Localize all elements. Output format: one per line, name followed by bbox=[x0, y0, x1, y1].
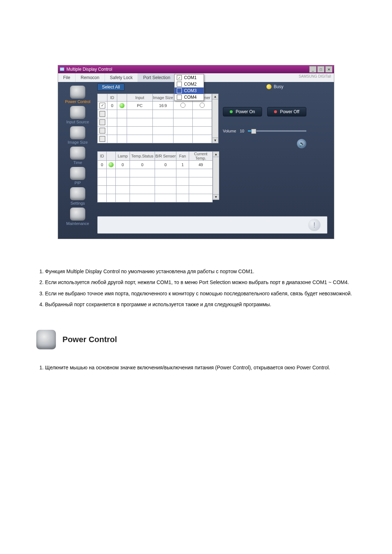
status-bar: ! bbox=[97, 216, 327, 234]
col-input: Input bbox=[127, 94, 153, 102]
port-option-com2[interactable]: COM2 bbox=[175, 81, 204, 87]
table-row[interactable]: 0 0 0 0 1 49 bbox=[98, 161, 213, 169]
close-button[interactable]: ✕ bbox=[325, 66, 332, 73]
menu-remocon[interactable]: Remocon bbox=[75, 73, 105, 82]
app-window: Multiple Display Control _ □ ✕ File Remo… bbox=[58, 65, 334, 239]
col-id: ID bbox=[107, 94, 117, 102]
titlebar: Multiple Display Control _ □ ✕ bbox=[58, 65, 334, 73]
sidebar-item-input[interactable]: Input Source bbox=[60, 106, 95, 124]
notes-list: Функция Multiple Display Control по умол… bbox=[34, 268, 363, 308]
col-size: Image Size bbox=[153, 94, 173, 102]
alert-icon: ! bbox=[308, 219, 320, 231]
port-option-com3[interactable]: COM3 bbox=[175, 87, 204, 94]
power-control-icon bbox=[36, 330, 56, 349]
busy-icon bbox=[266, 84, 271, 89]
speaker-icon[interactable]: 🔊 bbox=[297, 139, 306, 148]
maximize-button[interactable]: □ bbox=[317, 66, 324, 73]
main-area: Select All ID Input Image Size O bbox=[97, 83, 331, 236]
sidebar: Power Control Input Source Image Size Ti… bbox=[60, 86, 95, 228]
note-item: Если не выбрано точное имя порта, подклю… bbox=[45, 290, 363, 297]
volume-control: Volume 10 bbox=[223, 129, 306, 133]
power-on-button[interactable]: Power On bbox=[223, 107, 262, 116]
table-row[interactable] bbox=[98, 135, 212, 143]
volume-slider[interactable] bbox=[248, 130, 306, 132]
table-row[interactable] bbox=[98, 194, 213, 202]
col-check bbox=[98, 94, 107, 102]
volume-value: 10 bbox=[240, 129, 244, 133]
right-panel: Busy Power On Power Off Volume 10 bbox=[223, 83, 306, 148]
section-title: Power Control bbox=[62, 335, 117, 344]
table-scrollbar[interactable]: ▲▼ bbox=[212, 94, 219, 143]
port-dropdown[interactable]: ✓COM1 COM2 COM3 COM4 bbox=[174, 74, 204, 101]
note-item: Щелкните мышью на основном значке включе… bbox=[45, 364, 363, 371]
status-led-icon bbox=[119, 103, 124, 108]
table-row[interactable] bbox=[98, 110, 212, 118]
note-item: Если используется любой другой порт, неж… bbox=[45, 279, 363, 286]
sidebar-item-power[interactable]: Power Control bbox=[60, 86, 95, 104]
sidebar-item-imagesize[interactable]: Image Size bbox=[60, 126, 95, 144]
display-table: ID Input Image Size On Timer Off Timer bbox=[97, 94, 212, 143]
busy-indicator: Busy bbox=[266, 84, 283, 89]
table-row[interactable] bbox=[98, 186, 213, 194]
sidebar-item-settings[interactable]: Settings bbox=[60, 187, 95, 205]
row-checkbox[interactable] bbox=[99, 103, 105, 108]
table-row[interactable]: 0 PC 16:9 bbox=[98, 102, 212, 110]
volume-label: Volume bbox=[223, 129, 236, 133]
table-row[interactable] bbox=[98, 177, 213, 186]
power-off-button[interactable]: Power Off bbox=[267, 107, 306, 116]
table-row[interactable] bbox=[98, 169, 213, 177]
status-led-icon bbox=[109, 162, 114, 167]
sidebar-item-maintenance[interactable]: Maintenance bbox=[60, 208, 95, 226]
brand-label: SAMSUNG DIGITall bbox=[299, 74, 331, 78]
table-scrollbar[interactable]: ▲▼ bbox=[213, 151, 219, 200]
table-row[interactable] bbox=[98, 127, 212, 135]
sidebar-item-time[interactable]: Time bbox=[60, 147, 95, 165]
window-buttons: _ □ ✕ bbox=[309, 66, 332, 73]
menu-port[interactable]: Port Selection bbox=[138, 73, 176, 82]
app-icon bbox=[60, 67, 65, 72]
minimize-button[interactable]: _ bbox=[309, 66, 317, 73]
menu-file[interactable]: File bbox=[58, 73, 75, 82]
svg-rect-1 bbox=[60, 68, 64, 71]
port-option-com1[interactable]: ✓COM1 bbox=[175, 74, 204, 81]
window-title: Multiple Display Control bbox=[66, 67, 112, 72]
sidebar-item-pip[interactable]: PIP bbox=[60, 167, 95, 185]
table-row[interactable] bbox=[98, 118, 212, 127]
menu-safety[interactable]: Safety Lock bbox=[105, 73, 138, 82]
note-item: Выбранный порт сохраняется в программе и… bbox=[45, 301, 363, 308]
workspace: Power Control Input Source Image Size Ti… bbox=[58, 82, 334, 239]
port-option-com4[interactable]: COM4 bbox=[175, 94, 204, 100]
col-status bbox=[117, 94, 127, 102]
select-all-button[interactable]: Select All bbox=[97, 83, 124, 91]
section-header: Power Control bbox=[36, 330, 363, 349]
note-item: Функция Multiple Display Control по умол… bbox=[45, 268, 363, 275]
status-table: ID Lamp Temp.Status B/R Senser Fan Curre… bbox=[97, 151, 213, 202]
section-notes-list: Щелкните мышью на основном значке включе… bbox=[34, 364, 363, 371]
